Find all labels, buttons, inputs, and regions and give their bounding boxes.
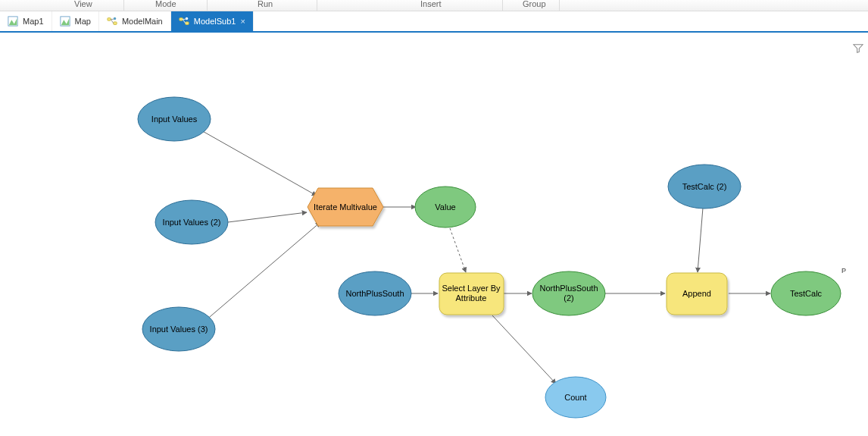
svg-text:Input Values: Input Values — [151, 114, 198, 124]
tab-label: ModelSub1 — [194, 17, 236, 26]
svg-rect-10 — [186, 22, 189, 25]
parameter-marker: P — [841, 267, 846, 274]
svg-text:Append: Append — [682, 289, 711, 298]
svg-rect-9 — [180, 18, 183, 21]
node-select-layer-by-attribute[interactable]: Select Layer By Attribute — [439, 273, 504, 315]
ribbon-group-insert: Insert — [420, 0, 442, 8]
svg-text:(2): (2) — [564, 293, 573, 303]
tab-label: Map1 — [23, 17, 44, 26]
tab-map[interactable]: Map — [52, 11, 99, 31]
ribbon-group-view: View — [74, 0, 92, 8]
svg-rect-5 — [114, 22, 117, 25]
node-testcalc[interactable]: TestCalc P — [771, 267, 846, 315]
svg-text:Input Values (2): Input Values (2) — [163, 218, 221, 227]
svg-text:Select Layer By: Select Layer By — [442, 284, 501, 293]
svg-text:Iterate Multivalue: Iterate Multivalue — [314, 202, 377, 212]
svg-text:NorthPlusSouth: NorthPlusSouth — [539, 284, 598, 293]
ribbon-group-group: Group — [523, 0, 546, 8]
tab-label: ModelMain — [122, 17, 163, 26]
close-icon[interactable]: × — [240, 17, 245, 26]
edge-inputvalues3-iterate — [205, 222, 320, 321]
node-northplussouth-2[interactable]: NorthPlusSouth (2) — [532, 271, 605, 315]
modelbuilder-icon — [179, 16, 189, 27]
svg-text:Input Values (3): Input Values (3) — [150, 325, 208, 334]
node-testcalc-2[interactable]: TestCalc (2) — [668, 165, 741, 209]
tab-map1[interactable]: Map1 — [0, 11, 52, 31]
node-count[interactable]: Count — [545, 377, 606, 418]
svg-text:TestCalc: TestCalc — [790, 289, 823, 298]
node-northplussouth[interactable]: NorthPlusSouth — [339, 271, 411, 315]
svg-text:Count: Count — [564, 393, 586, 402]
tab-modelsub1[interactable]: ModelSub1 × — [171, 11, 254, 31]
edge-testcalc2-append — [698, 208, 703, 272]
ribbon-group-run: Run — [258, 0, 273, 8]
svg-rect-4 — [108, 18, 111, 21]
svg-line-13 — [183, 19, 186, 23]
node-input-values-2[interactable]: Input Values (2) — [155, 200, 228, 244]
ribbon-groups: View Mode Run Insert Group — [0, 0, 868, 11]
node-input-values-3[interactable]: Input Values (3) — [142, 307, 215, 351]
edge-value-selectbyattr — [450, 228, 466, 272]
tab-modelmain[interactable]: ModelMain — [99, 11, 171, 31]
svg-text:NorthPlusSouth: NorthPlusSouth — [345, 289, 404, 298]
map-view-icon — [8, 16, 18, 27]
node-iterate-multivalue[interactable]: Iterate Multivalue — [308, 188, 383, 226]
node-append[interactable]: Append — [667, 273, 727, 315]
tab-label: Map — [75, 17, 91, 26]
edge-inputvalues-iterate — [200, 130, 317, 196]
svg-text:Attribute: Attribute — [456, 293, 487, 303]
modelbuilder-icon — [107, 16, 117, 27]
node-input-values[interactable]: Input Values — [138, 97, 211, 141]
map-view-icon — [60, 16, 70, 27]
model-canvas[interactable]: Input Values Input Values (2) Input Valu… — [0, 33, 868, 436]
svg-text:Value: Value — [435, 202, 455, 212]
edge-inputvalues2-iterate — [228, 212, 307, 222]
svg-point-6 — [114, 17, 117, 20]
svg-point-11 — [186, 17, 189, 20]
ribbon-group-mode: Mode — [155, 0, 176, 8]
svg-text:TestCalc (2): TestCalc (2) — [682, 182, 727, 191]
edge-selectbyattr-count — [492, 315, 556, 384]
svg-line-8 — [111, 19, 114, 23]
node-value[interactable]: Value — [415, 187, 476, 227]
tab-bar: Map1 Map ModelMain ModelSub1 × — [0, 11, 868, 33]
